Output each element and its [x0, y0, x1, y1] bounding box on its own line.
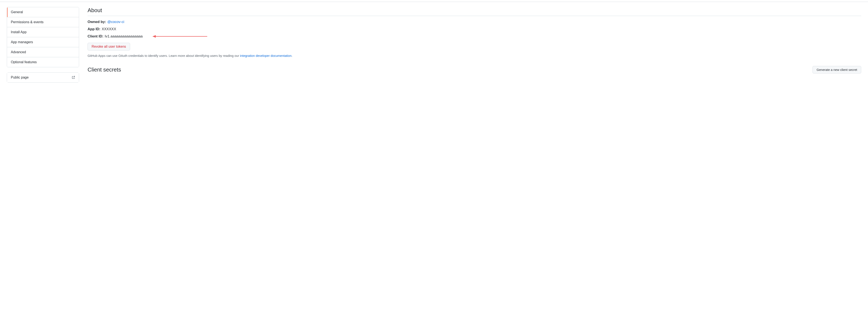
revoke-all-tokens-button[interactable]: Revoke all user tokens	[88, 43, 130, 51]
sidebar-item-public-page[interactable]: Public page	[7, 73, 79, 82]
sidebar-item-label: App managers	[11, 40, 33, 44]
client-id-label: Client ID:	[88, 34, 103, 38]
generate-client-secret-button[interactable]: Generate a new client secret	[812, 66, 861, 74]
app-id-value: XXXXXX	[102, 27, 116, 31]
client-id-value: Iv1.aaaaaaaaaaaaaaaa	[105, 34, 143, 38]
sidebar-item-label: General	[11, 10, 23, 14]
sidebar-item-label: Install App	[11, 30, 27, 34]
client-secrets-title: Client secrets	[88, 66, 121, 73]
owned-by-row: Owned by: @cocov-ci	[88, 20, 861, 24]
owner-link[interactable]: @cocov-ci	[107, 20, 124, 24]
sidebar-item-label: Optional features	[11, 60, 37, 64]
help-text-prefix: GitHub Apps can use OAuth credentials to…	[88, 54, 240, 57]
sidebar-item-label: Permissions & events	[11, 20, 43, 24]
sidebar-item-install-app[interactable]: Install App	[7, 27, 79, 37]
help-text-suffix: .	[291, 54, 292, 57]
about-title: About	[88, 7, 861, 16]
sidebar-item-label: Public page	[11, 76, 29, 79]
sidebar-item-optional-features[interactable]: Optional features	[7, 57, 79, 67]
sidebar-item-app-managers[interactable]: App managers	[7, 37, 79, 47]
sidebar-item-permissions-events[interactable]: Permissions & events	[7, 17, 79, 27]
page-container: General Permissions & events Install App…	[0, 2, 868, 88]
sidebar-item-label: Advanced	[11, 50, 26, 54]
client-id-row: Client ID: Iv1.aaaaaaaaaaaaaaaa	[88, 34, 861, 38]
app-id-row: App ID: XXXXXX	[88, 27, 861, 31]
client-secrets-header: Client secrets Generate a new client sec…	[88, 66, 861, 74]
sidebar-item-advanced[interactable]: Advanced	[7, 47, 79, 57]
svg-marker-1	[152, 35, 156, 38]
external-link-icon	[72, 76, 75, 79]
sidebar: General Permissions & events Install App…	[7, 7, 79, 83]
arrow-annotation-icon	[152, 35, 208, 38]
main-content: About Owned by: @cocov-ci App ID: XXXXXX…	[88, 7, 861, 83]
owned-by-label: Owned by:	[88, 20, 106, 24]
sidebar-secondary: Public page	[7, 73, 79, 83]
sidebar-nav: General Permissions & events Install App…	[7, 7, 79, 67]
oauth-help-text: GitHub Apps can use OAuth credentials to…	[88, 53, 861, 58]
sidebar-item-general[interactable]: General	[7, 7, 79, 17]
app-id-label: App ID:	[88, 27, 100, 31]
integration-docs-link[interactable]: integration developer documentation	[240, 54, 291, 57]
